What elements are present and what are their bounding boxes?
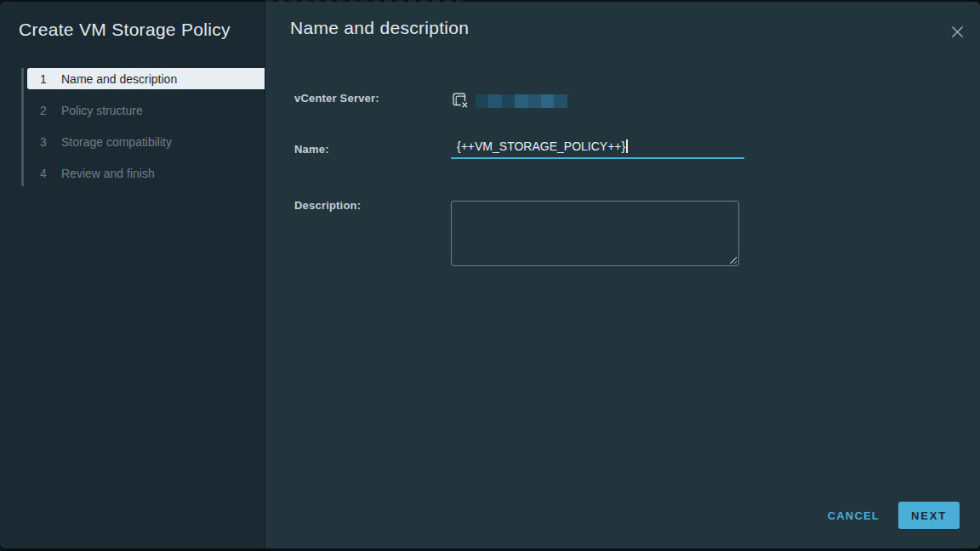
- wizard-step-2[interactable]: 2Policy structure: [27, 99, 265, 121]
- name-input-value: {++VM_STORAGE_POLICY++}: [457, 139, 625, 153]
- screen: Create VM Storage Policy 1Name and descr…: [0, 0, 980, 551]
- redaction-block: [515, 94, 527, 108]
- text-caret: [626, 139, 628, 153]
- name-label: Name:: [294, 143, 329, 156]
- step-number: 4: [39, 167, 48, 180]
- wizard-title: Create VM Storage Policy: [19, 20, 231, 40]
- wizard-step-list: 1Name and description2Policy structure3S…: [27, 68, 265, 194]
- redacted-vcenter-name: [476, 94, 567, 108]
- step-label: Name and description: [61, 72, 177, 86]
- step-number: 3: [39, 135, 48, 149]
- textarea-resize-handle[interactable]: [729, 256, 737, 264]
- vcenter-server-value: [452, 92, 567, 110]
- wizard-step-1[interactable]: 1Name and description: [27, 68, 265, 89]
- step-label: Review and finish: [61, 167, 155, 180]
- create-vm-storage-policy-dialog: Create VM Storage Policy 1Name and descr…: [0, 2, 980, 548]
- wizard-content-pane: Name and description vCenter Server: Nam…: [266, 2, 980, 548]
- x-close-icon: [951, 26, 964, 38]
- cancel-button[interactable]: CANCEL: [826, 504, 881, 527]
- redaction-block: [554, 94, 567, 108]
- step-label: Policy structure: [61, 104, 143, 117]
- redaction-block: [476, 94, 488, 108]
- step-label: Storage compatibility: [61, 135, 172, 149]
- redaction-block: [528, 94, 541, 108]
- description-textarea[interactable]: [451, 201, 739, 266]
- redaction-block: [502, 94, 515, 108]
- next-button[interactable]: NEXT: [898, 502, 960, 529]
- vcenter-server-icon: [452, 92, 470, 110]
- wizard-sidebar: Create VM Storage Policy 1Name and descr…: [0, 2, 265, 548]
- step-number: 1: [39, 72, 48, 86]
- vcenter-server-label: vCenter Server:: [294, 92, 379, 105]
- wizard-step-4[interactable]: 4Review and finish: [27, 162, 265, 184]
- page-title: Name and description: [290, 18, 469, 38]
- description-label: Description:: [294, 199, 361, 212]
- redaction-block: [488, 94, 501, 108]
- step-rail: [21, 68, 24, 186]
- redaction-block: [541, 94, 554, 108]
- step-number: 2: [39, 104, 48, 117]
- name-input[interactable]: {++VM_STORAGE_POLICY++}: [451, 138, 744, 159]
- wizard-step-3[interactable]: 3Storage compatibility: [27, 131, 265, 152]
- close-button[interactable]: [949, 23, 966, 40]
- wizard-footer-actions: CANCEL NEXT: [826, 502, 960, 529]
